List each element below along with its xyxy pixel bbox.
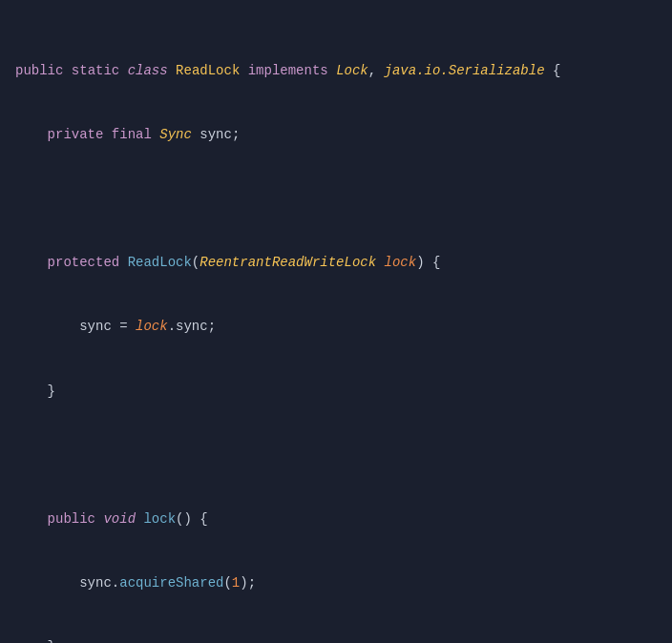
line-10: }	[15, 636, 657, 643]
code-block: public static class ReadLock implements …	[0, 10, 672, 643]
line-5: sync = lock.sync;	[15, 316, 657, 337]
line-7	[15, 445, 657, 466]
line-6: }	[15, 381, 657, 402]
line-3	[15, 188, 657, 209]
line-4: protected ReadLock(ReentrantReadWriteLoc…	[15, 252, 657, 273]
line-1: public static class ReadLock implements …	[15, 60, 657, 81]
line-2: private final Sync sync;	[15, 124, 657, 145]
line-9: sync.acquireShared(1);	[15, 572, 657, 593]
line-8: public void lock() {	[15, 508, 657, 529]
